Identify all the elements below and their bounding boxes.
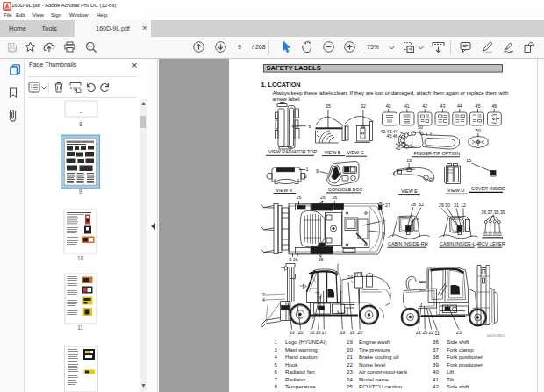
svg-text:24: 24: [347, 274, 353, 280]
svg-text:26: 26: [332, 195, 337, 200]
svg-text:Brake cooling oil: Brake cooling oil: [359, 353, 398, 360]
svg-text:VIEW C: VIEW C: [347, 150, 364, 155]
svg-text:29: 29: [439, 203, 444, 208]
svg-text:CABIN INSIDE-RH: CABIN INSIDE-RH: [388, 241, 428, 246]
svg-text:45,46: 45,46: [387, 133, 398, 139]
svg-text:26: 26: [320, 195, 326, 200]
svg-text:31: 31: [454, 203, 459, 208]
svg-text:37: 37: [433, 346, 439, 353]
svg-text:52: 52: [419, 202, 424, 207]
svg-text:Side shift: Side shift: [447, 383, 469, 389]
svg-text:4: 4: [275, 353, 278, 360]
svg-text:Model name: Model name: [359, 376, 390, 382]
svg-text:VIEW E: VIEW E: [401, 189, 418, 194]
svg-text:8: 8: [275, 383, 278, 389]
svg-text:CABIN INSIDE-LH: CABIN INSIDE-LH: [440, 241, 479, 246]
svg-text:CONSOLE BOX: CONSOLE BOX: [328, 187, 363, 192]
svg-text:25: 25: [422, 330, 427, 335]
svg-text:Fork positioner: Fork positioner: [447, 361, 483, 367]
svg-text:VIEW A: VIEW A: [276, 188, 293, 193]
svg-text:26: 26: [297, 195, 302, 200]
svg-text:1: 1: [275, 339, 278, 345]
svg-text:VIEW B: VIEW B: [325, 150, 341, 155]
svg-text:16: 16: [316, 330, 321, 335]
svg-text:44: 44: [457, 103, 462, 109]
svg-text:11: 11: [435, 331, 440, 336]
svg-text:35: 35: [326, 103, 331, 109]
svg-text:38: 38: [433, 353, 439, 360]
svg-text:45: 45: [476, 103, 481, 109]
svg-text:3: 3: [275, 346, 278, 353]
svg-text:40: 40: [396, 146, 401, 151]
svg-text:Engine wash: Engine wash: [359, 339, 390, 345]
svg-text:9: 9: [79, 189, 82, 195]
svg-text:15: 15: [466, 158, 471, 163]
svg-text:Tire pressure: Tire pressure: [359, 346, 391, 353]
svg-text:36,37,38,39: 36,37,38,39: [481, 210, 505, 215]
svg-text:1: 1: [306, 167, 309, 172]
svg-text:Tilt: Tilt: [447, 376, 454, 382]
svg-text:4: 4: [262, 297, 265, 303]
svg-text:Radiator: Radiator: [285, 376, 305, 382]
svg-text:21: 21: [416, 330, 421, 335]
svg-text:Side shift: Side shift: [447, 339, 469, 345]
svg-text:50: 50: [476, 128, 481, 133]
svg-text:6: 6: [309, 124, 311, 129]
svg-text:Logo (HYUNDAI): Logo (HYUNDAI): [285, 339, 326, 345]
svg-text:Noise level: Noise level: [359, 361, 385, 367]
svg-text:10: 10: [310, 330, 315, 335]
svg-text:6: 6: [275, 368, 278, 374]
svg-text:36: 36: [433, 339, 439, 345]
svg-text:ECU/TCU caution: ECU/TCU caution: [359, 383, 403, 389]
svg-text:17: 17: [321, 330, 326, 335]
svg-text:Hook: Hook: [285, 361, 298, 367]
svg-text:23: 23: [347, 368, 353, 374]
svg-text:12: 12: [461, 203, 466, 208]
svg-text:20: 20: [347, 346, 353, 353]
svg-text:7: 7: [275, 376, 278, 382]
svg-text:40: 40: [386, 103, 391, 109]
svg-text:8: 8: [79, 121, 82, 127]
svg-text:21: 21: [347, 353, 353, 360]
svg-text:46: 46: [491, 103, 497, 109]
svg-text:Lift: Lift: [447, 368, 455, 374]
svg-text:5 26: 5 26: [289, 257, 297, 262]
svg-text:VIEW RADIATOR TOP: VIEW RADIATOR TOP: [268, 149, 317, 154]
svg-text:FINGER-TIP OPTION: FINGER-TIP OPTION: [414, 151, 461, 156]
svg-text:Mast warning: Mast warning: [285, 346, 318, 353]
svg-text:43: 43: [440, 103, 446, 109]
svg-text:Temperature: Temperature: [285, 383, 316, 389]
svg-text:Radiator fan: Radiator fan: [285, 368, 315, 374]
svg-text:Air compressor-tank: Air compressor-tank: [359, 368, 408, 374]
svg-text:40: 40: [433, 368, 439, 374]
svg-text:39: 39: [433, 361, 439, 367]
svg-text:9: 9: [316, 168, 319, 174]
svg-text:10: 10: [77, 255, 84, 261]
svg-text:32: 32: [361, 103, 366, 109]
svg-text:19: 19: [347, 339, 353, 345]
svg-text:22: 22: [347, 361, 353, 367]
svg-text:a new label.: a new label.: [273, 96, 302, 102]
svg-text:Always keep these labels clean: Always keep these labels clean. If they …: [273, 89, 509, 96]
svg-text:1. LOCATION: 1. LOCATION: [261, 81, 301, 89]
svg-text:25: 25: [347, 383, 353, 389]
svg-text:20: 20: [357, 330, 362, 335]
svg-text:160D9LOM101: 160D9LOM101: [486, 334, 505, 338]
svg-text:33: 33: [290, 330, 295, 335]
svg-text:41: 41: [433, 376, 439, 382]
svg-text:28: 28: [411, 202, 416, 207]
svg-text:VIEW D: VIEW D: [447, 188, 464, 193]
svg-text:30: 30: [445, 203, 450, 208]
svg-text:24: 24: [347, 376, 353, 382]
svg-text:Hand caution: Hand caution: [285, 353, 318, 360]
svg-text:Fork positioner: Fork positioner: [447, 353, 483, 360]
svg-text:11: 11: [77, 324, 83, 331]
svg-text:22: 22: [429, 330, 434, 335]
svg-text:41: 41: [404, 103, 410, 109]
svg-text:23: 23: [456, 330, 462, 335]
svg-text:18: 18: [350, 330, 355, 335]
svg-text:27: 27: [385, 203, 390, 208]
svg-text:42: 42: [422, 103, 427, 109]
svg-text:5: 5: [275, 361, 278, 367]
svg-text:19: 19: [340, 330, 345, 335]
